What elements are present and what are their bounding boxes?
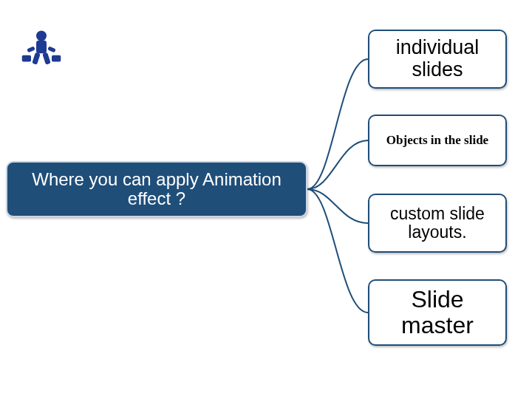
svg-rect-4 <box>32 52 41 65</box>
svg-rect-3 <box>47 46 56 52</box>
item-box-objects-in-slide: Objects in the slide <box>368 115 507 166</box>
item-label: individual slides <box>377 37 498 81</box>
item-box-custom-slide-layouts: custom slide layouts. <box>368 194 507 253</box>
item-label: custom slide layouts. <box>377 205 498 242</box>
presenter-icon <box>21 28 62 69</box>
main-question-box: Where you can apply Animation effect ? <box>6 161 307 217</box>
svg-rect-7 <box>52 55 61 62</box>
svg-rect-5 <box>42 52 51 65</box>
item-label: Slide master <box>377 287 498 338</box>
item-label: Objects in the slide <box>386 134 488 148</box>
svg-rect-1 <box>36 41 47 54</box>
svg-rect-6 <box>22 55 31 62</box>
main-question-text: Where you can apply Animation effect ? <box>13 170 300 209</box>
svg-rect-2 <box>27 46 35 52</box>
item-box-slide-master: Slide master <box>368 279 507 346</box>
item-box-individual-slides: individual slides <box>368 30 507 89</box>
svg-point-0 <box>36 31 47 41</box>
